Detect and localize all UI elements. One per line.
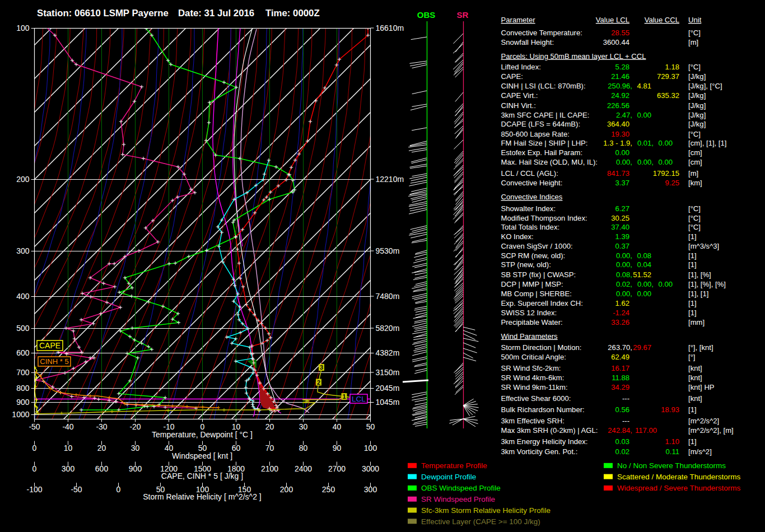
svg-text:3km SFC CAPE | IL CAPE:: 3km SFC CAPE | IL CAPE: xyxy=(501,111,590,119)
svg-text:Showalter Index:: Showalter Index: xyxy=(501,204,556,213)
svg-text:635.32: 635.32 xyxy=(657,91,679,100)
svg-text:[°C]: [°C] xyxy=(688,63,701,71)
svg-text:SR Wind 9km-11km:: SR Wind 9km-11km: xyxy=(501,383,568,391)
svg-text:[1]: [1] xyxy=(688,405,697,414)
svg-text:0: 0 xyxy=(32,464,37,473)
svg-text:OBS: OBS xyxy=(417,10,436,20)
svg-text:Precipitable Water:: Precipitable Water: xyxy=(501,318,563,326)
svg-text:Convective Indices: Convective Indices xyxy=(501,193,563,201)
svg-text:0.00: 0.00 xyxy=(637,111,651,119)
svg-text:200: 200 xyxy=(280,485,293,494)
svg-text:SR Wind Sfc-2km:: SR Wind Sfc-2km: xyxy=(501,364,561,372)
svg-text:0.02,: 0.02, xyxy=(616,280,632,288)
svg-text:Dewpoint Profile: Dewpoint Profile xyxy=(421,473,476,481)
svg-text:364.40: 364.40 xyxy=(607,120,629,128)
svg-text:CINH | LSI (LCL: 870mB):: CINH | LSI (LCL: 870mB): xyxy=(501,82,586,90)
svg-text:51.52: 51.52 xyxy=(633,270,651,279)
svg-text:400: 400 xyxy=(16,292,30,301)
svg-text:20: 20 xyxy=(97,444,106,452)
svg-text:[°], [knt]: [°], [knt] xyxy=(688,343,713,352)
svg-text:12210m: 12210m xyxy=(376,175,404,184)
svg-text:[J/kg]: [J/kg] xyxy=(688,101,706,110)
svg-text:19.30: 19.30 xyxy=(611,130,629,138)
svg-text:SR: SR xyxy=(457,10,469,20)
svg-text:[km]: [km] xyxy=(688,179,702,187)
svg-text:3: 3 xyxy=(320,364,323,371)
svg-text:CAPE:: CAPE: xyxy=(501,72,523,81)
svg-text:90: 90 xyxy=(333,444,342,452)
svg-text:20: 20 xyxy=(265,422,274,431)
svg-text:[1]: [1] xyxy=(688,299,697,307)
svg-text:100: 100 xyxy=(364,444,377,452)
svg-text:80: 80 xyxy=(299,444,308,452)
svg-text:Snowfall Height:: Snowfall Height: xyxy=(501,38,554,46)
svg-text:CINH Virt.:: CINH Virt.: xyxy=(501,101,536,110)
svg-text:0.00,: 0.00, xyxy=(616,158,632,166)
svg-text:[m^2/s^2]: [m^2/s^2] xyxy=(688,417,719,425)
svg-text:SR Wind 4km-6km:: SR Wind 4km-6km: xyxy=(501,374,565,382)
svg-text:226.56: 226.56 xyxy=(607,101,629,110)
svg-text:Station: 06610 LSMP Payerne: Station: 06610 LSMP Payerne xyxy=(37,8,169,18)
svg-text:[m]: [m] xyxy=(688,169,698,178)
svg-text:[1], [%]: [1], [%] xyxy=(688,270,711,279)
svg-text:Estofex Exp. Hail Param:: Estofex Exp. Hail Param: xyxy=(501,148,583,157)
svg-text:900: 900 xyxy=(16,398,30,407)
svg-text:Lifted Index:: Lifted Index: xyxy=(501,63,541,71)
svg-text:10: 10 xyxy=(64,444,73,452)
svg-text:24.92: 24.92 xyxy=(611,91,629,100)
svg-text:Craven SigSvr / 1000:: Craven SigSvr / 1000: xyxy=(501,242,573,250)
svg-text:Date: 31 Jul 2016: Date: 31 Jul 2016 xyxy=(178,8,254,18)
svg-text:Exp. Supercell Index CH:: Exp. Supercell Index CH: xyxy=(501,299,583,307)
svg-text:Parameter: Parameter xyxy=(501,16,536,24)
svg-text:2100: 2100 xyxy=(261,464,278,473)
svg-text:5820m: 5820m xyxy=(376,324,400,333)
svg-text:Value LCL: Value LCL xyxy=(596,16,629,24)
svg-text:0.00: 0.00 xyxy=(659,139,673,147)
svg-text:DCP | MMP | MSP:: DCP | MMP | MSP: xyxy=(501,280,563,288)
svg-text:-50: -50 xyxy=(71,485,82,494)
svg-text:Parcels: Using 50mB mean layer: Parcels: Using 50mB mean layer LCL + CCL xyxy=(501,52,646,60)
svg-text:Windspeed [ knt ]: Windspeed [ knt ] xyxy=(172,451,232,460)
svg-text:600: 600 xyxy=(16,348,30,357)
svg-text:700: 700 xyxy=(16,368,30,377)
svg-text:300: 300 xyxy=(16,246,30,255)
svg-text:0.00,: 0.00, xyxy=(637,158,654,166)
svg-text:[°C]: [°C] xyxy=(688,29,701,37)
svg-text:29.67: 29.67 xyxy=(633,343,651,352)
svg-text:[knt]: [knt] xyxy=(688,394,702,403)
svg-text:SB STP (fix) | CWASP:: SB STP (fix) | CWASP: xyxy=(501,270,576,279)
svg-text:CAPE, CINH * 5 [ J/kg ]: CAPE, CINH * 5 [ J/kg ] xyxy=(161,472,243,480)
svg-text:[J/kg], [°C]: [J/kg], [°C] xyxy=(688,82,722,90)
svg-text:Scattered / Moderate Thunderst: Scattered / Moderate Thunderstorms xyxy=(617,473,741,481)
svg-text:70: 70 xyxy=(265,444,274,452)
svg-text:263.70,: 263.70, xyxy=(608,343,632,352)
svg-text:[°C]: [°C] xyxy=(688,214,701,222)
svg-text:LCL / CCL (AGL):: LCL / CCL (AGL): xyxy=(501,169,558,178)
svg-text:900: 900 xyxy=(129,464,142,473)
svg-text:-20: -20 xyxy=(129,422,141,431)
svg-text:Total Totals Index:: Total Totals Index: xyxy=(501,223,560,231)
svg-text:2400: 2400 xyxy=(295,464,312,473)
svg-text:Widespread / Severe Thundersto: Widespread / Severe Thunderstorms xyxy=(617,484,741,492)
svg-text:4.81: 4.81 xyxy=(637,82,651,90)
svg-text:[°C]: [°C] xyxy=(688,223,701,231)
svg-text:0.08: 0.08 xyxy=(637,251,651,260)
svg-text:[1]: [1] xyxy=(688,309,697,317)
svg-text:[cm], [1], [1]: [cm], [1], [1] xyxy=(688,139,726,147)
svg-text:1045m: 1045m xyxy=(376,398,400,407)
svg-text:[1]: [1] xyxy=(688,437,697,446)
svg-text:500m Critical Angle:: 500m Critical Angle: xyxy=(501,353,566,361)
svg-text:3km Effective SRH:: 3km Effective SRH: xyxy=(501,417,565,425)
svg-text:16610m: 16610m xyxy=(376,24,404,32)
svg-text:[knt]: [knt] xyxy=(688,374,702,382)
svg-text:[J/kg]: [J/kg] xyxy=(688,91,706,100)
svg-text:Bulk Richardson Number:: Bulk Richardson Number: xyxy=(501,405,585,414)
svg-text:MB Comp | SHERBE:: MB Comp | SHERBE: xyxy=(501,290,572,298)
svg-text:2.47,: 2.47, xyxy=(616,111,632,119)
svg-text:3km Vorticity Gen. Pot.:: 3km Vorticity Gen. Pot.: xyxy=(501,447,578,456)
svg-text:[mm]: [mm] xyxy=(688,318,705,326)
svg-text:100: 100 xyxy=(16,24,30,32)
svg-text:16.17: 16.17 xyxy=(611,364,629,372)
svg-text:Sfc-3km Storm Relative Helicit: Sfc-3km Storm Relative Helicity Profile xyxy=(421,506,551,515)
svg-text:STP (new, old):: STP (new, old): xyxy=(501,260,551,269)
